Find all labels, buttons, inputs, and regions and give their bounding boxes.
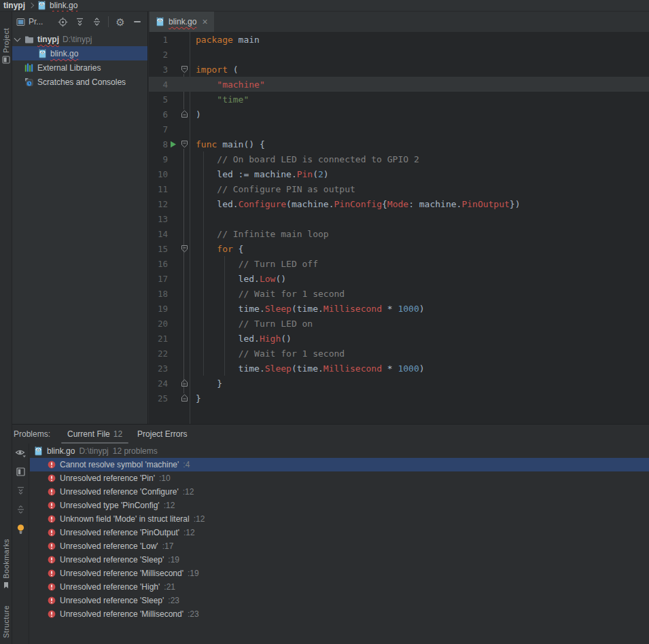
external-libraries-icon <box>24 63 34 72</box>
code-line-7[interactable]: 7 <box>149 122 649 137</box>
tool-stripe-bookmarks[interactable]: Bookmarks <box>0 539 12 589</box>
problems-file-row[interactable]: blink.goD:\tinypj12 problems <box>30 444 649 458</box>
project-tree-row-scratches-and-consoles[interactable]: Scratches and Consoles <box>12 75 147 89</box>
breadcrumb-project[interactable]: tinypj <box>3 1 25 10</box>
fold-start-icon[interactable] <box>181 140 188 148</box>
fold-start-icon[interactable] <box>181 65 188 73</box>
code-line-22[interactable]: 22 // Wait for 1 second <box>149 346 649 361</box>
line-number: 25 <box>149 393 168 404</box>
problem-row-8[interactable]: Unresolved reference 'Sleep':19 <box>30 553 649 567</box>
problem-row-7[interactable]: Unresolved reference 'Low':17 <box>30 539 649 553</box>
hide-panel-button[interactable] <box>131 16 143 28</box>
code-line-23[interactable]: 23 time.Sleep(time.Millisecond * 1000) <box>149 361 649 376</box>
code-line-18[interactable]: 18 // Wait for 1 second <box>149 286 649 301</box>
run-main-icon[interactable] <box>170 141 177 148</box>
fold-end-icon[interactable] <box>181 394 188 402</box>
editor-tab-blink-go[interactable]: blink.go × <box>150 12 214 32</box>
preview-layout-button[interactable] <box>16 467 25 476</box>
tab-close-icon[interactable]: × <box>202 17 207 26</box>
fold-end-icon[interactable] <box>181 379 188 387</box>
fold-start-icon[interactable] <box>181 245 188 253</box>
code-line-16[interactable]: 16 // Turn LED off <box>149 256 649 271</box>
breadcrumb-file[interactable]: blink.go <box>50 1 77 10</box>
problem-row-2[interactable]: Unresolved reference 'Pin':10 <box>30 471 649 485</box>
quick-fix-lightbulb-icon[interactable] <box>16 524 25 535</box>
go-file-icon <box>156 17 164 26</box>
fold-end-icon[interactable] <box>181 110 188 118</box>
problems-count-badge: 12 <box>113 429 122 439</box>
code-line-24[interactable]: 24 } <box>149 376 649 391</box>
code-editor[interactable]: 1package main23import (4 "machine"5 "tim… <box>149 32 649 424</box>
line-number: 12 <box>149 199 168 209</box>
code-line-6[interactable]: 6) <box>149 107 649 122</box>
line-number: 17 <box>149 274 168 284</box>
code-line-10[interactable]: 10 led := machine.Pin(2) <box>149 166 649 181</box>
collapse-all-button[interactable] <box>16 505 25 514</box>
error-icon <box>48 569 56 577</box>
chevron-down-icon[interactable] <box>14 35 21 41</box>
code-line-1[interactable]: 1package main <box>149 32 649 47</box>
code-line-20[interactable]: 20 // Turn LED on <box>149 316 649 331</box>
problem-row-10[interactable]: Unresolved reference 'High':21 <box>30 580 649 594</box>
code-line-17[interactable]: 17 led.Low() <box>149 271 649 286</box>
code-line-14[interactable]: 14 // Infinite main loop <box>149 226 649 241</box>
go-file-icon <box>34 446 43 456</box>
error-icon <box>48 556 56 564</box>
project-panel-header: Pr... ⚙ <box>12 12 147 32</box>
error-icon <box>48 488 56 496</box>
problem-row-12[interactable]: Unresolved reference 'Millisecond':23 <box>30 607 649 621</box>
go-file-icon <box>37 1 46 10</box>
collapse-all-button[interactable] <box>90 16 103 28</box>
error-icon <box>48 542 56 550</box>
editor-area: blink.go × 1package main23import (4 "mac… <box>149 12 649 424</box>
problems-tab-project-errors[interactable]: Project Errors <box>130 425 194 444</box>
code-line-15[interactable]: 15 for { <box>149 241 649 256</box>
go-file-icon <box>38 49 47 58</box>
code-line-9[interactable]: 9 // On board LED is connected to GPIO 2 <box>149 151 649 166</box>
problems-toolbar <box>12 444 29 644</box>
tool-window-stripe: Project Bookmarks Structure <box>0 12 12 644</box>
error-icon <box>48 583 56 591</box>
problem-row-1[interactable]: Cannot resolve symbol 'machine':4 <box>30 458 649 471</box>
code-line-11[interactable]: 11 // Configure PIN as output <box>149 181 649 196</box>
code-line-2[interactable]: 2 <box>149 47 649 62</box>
tool-stripe-project[interactable]: Project <box>0 28 12 64</box>
tool-stripe-bookmarks-label: Bookmarks <box>2 539 10 579</box>
locate-file-button[interactable] <box>56 16 69 28</box>
code-line-19[interactable]: 19 time.Sleep(time.Millisecond * 1000) <box>149 301 649 316</box>
editor-tab-title: blink.go <box>169 17 196 26</box>
problems-tab-current-file[interactable]: Current File 12 <box>60 425 130 444</box>
project-tree-row-blink-go[interactable]: blink.go <box>12 46 147 60</box>
code-line-21[interactable]: 21 led.High() <box>149 331 649 346</box>
code-line-3[interactable]: 3import ( <box>149 62 649 77</box>
problem-row-11[interactable]: Unresolved reference 'Sleep':23 <box>30 594 649 607</box>
line-number: 18 <box>149 289 168 299</box>
code-line-5[interactable]: 5 "time" <box>149 92 649 107</box>
code-line-4[interactable]: 4 "machine" <box>149 77 649 92</box>
problems-header: Problems: Current File 12 Project Errors <box>12 425 649 444</box>
line-number: 3 <box>149 65 168 75</box>
code-line-12[interactable]: 12 led.Configure(machine.PinConfig{Mode:… <box>149 196 649 211</box>
project-tree-row-external-libraries[interactable]: External Libraries <box>12 60 147 75</box>
code-line-25[interactable]: 25} <box>149 391 649 406</box>
tool-stripe-structure[interactable]: Structure <box>0 605 12 638</box>
settings-gear-button[interactable]: ⚙ <box>114 16 126 28</box>
line-number: 9 <box>149 154 168 164</box>
expand-all-button[interactable] <box>16 486 25 495</box>
problem-row-9[interactable]: Unresolved reference 'Millisecond':19 <box>30 567 649 580</box>
expand-all-button[interactable] <box>73 16 86 28</box>
problem-row-5[interactable]: Unknown field 'Mode' in struct literal:1… <box>30 512 649 526</box>
line-number: 14 <box>149 229 168 239</box>
project-tool-icon <box>2 56 10 64</box>
problem-row-6[interactable]: Unresolved reference 'PinOutput':12 <box>30 526 649 539</box>
code-line-8[interactable]: 8func main() { <box>149 137 649 151</box>
ide-window: tinypj blink.go Project Bookmarks Struct… <box>0 0 649 644</box>
problem-row-4[interactable]: Unresolved type 'PinConfig':12 <box>30 499 649 512</box>
line-number: 13 <box>149 214 168 224</box>
code-line-13[interactable]: 13 <box>149 211 649 226</box>
project-tree-row-tinypj[interactable]: tinypjD:\tinypj <box>12 32 147 46</box>
error-icon <box>48 529 56 537</box>
project-panel-title[interactable]: Pr... <box>16 17 43 26</box>
problem-row-3[interactable]: Unresolved reference 'Configure':12 <box>30 485 649 499</box>
view-options-eye-button[interactable] <box>15 448 27 458</box>
